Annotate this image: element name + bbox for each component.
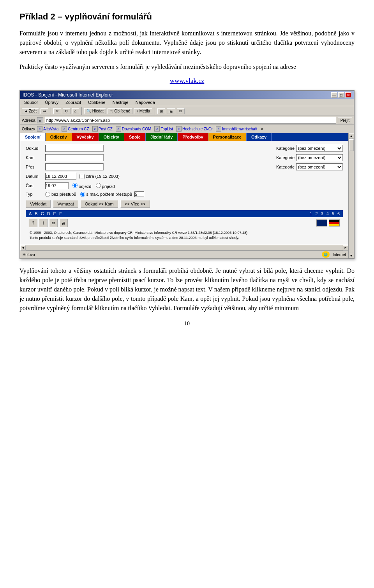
tab-odjezdy[interactable]: Odjezdy: [46, 133, 72, 141]
tab-odkazy[interactable]: Odkazy: [247, 133, 272, 141]
link-altavista[interactable]: e AltaVista: [36, 126, 60, 132]
vlak-link[interactable]: www.vlak.cz: [19, 77, 355, 85]
flag-uk-icon[interactable]: [316, 219, 327, 226]
browser-main: Spojení Odjezdy Vývěsky Objekty Spoje Jí…: [20, 133, 348, 258]
alpha-1[interactable]: 1: [310, 211, 312, 216]
alpha-C[interactable]: C: [41, 211, 44, 216]
alpha-E[interactable]: E: [53, 211, 56, 216]
tab-personalizace[interactable]: Personalizace: [208, 133, 247, 141]
flag-de-icon[interactable]: [329, 219, 340, 226]
vymazat-button[interactable]: Vymazat: [53, 200, 78, 208]
scrollbar-horizontal[interactable]: ◄ ►: [20, 245, 348, 250]
status-left: Hotovo: [23, 253, 35, 257]
link-hochschule[interactable]: e Hochschule Zi-Gr: [175, 126, 214, 132]
second-para-text: Prakticky často využívaným serverem s fo…: [19, 63, 296, 70]
menu-nastroje[interactable]: Nástroje: [111, 100, 130, 105]
maximize-button[interactable]: □: [338, 92, 344, 98]
mail-icon[interactable]: ✉: [49, 219, 58, 227]
print-icon[interactable]: 🖨: [59, 219, 68, 227]
alpha-F[interactable]: F: [59, 211, 62, 216]
input-pres[interactable]: [45, 163, 104, 170]
kategorie-select-2[interactable]: (bez omezení): [296, 154, 343, 161]
zone-icon: 🌐: [322, 251, 330, 258]
menu-napoveda[interactable]: Nápověda: [134, 100, 157, 105]
input-odkud[interactable]: [45, 145, 104, 152]
tab-vyvěsky[interactable]: Vývěsky: [72, 133, 99, 141]
zitra-label: zítra (19.12.2003): [86, 174, 120, 179]
link-hochschule-label: Hochschule Zi-Gr: [182, 127, 213, 131]
link-post[interactable]: e Post CZ: [91, 126, 114, 132]
links-more-button[interactable]: »: [261, 126, 263, 131]
menu-zobrazit[interactable]: Zobrazit: [64, 100, 83, 105]
tab-spoje[interactable]: Spoje: [124, 133, 146, 141]
menu-oblibene[interactable]: Oblíbené: [86, 100, 107, 105]
back-button[interactable]: ◄ Zpět: [22, 108, 39, 114]
address-icon: e: [37, 117, 43, 123]
media-button[interactable]: ♪ Média: [134, 108, 152, 114]
alpha-4[interactable]: 4: [326, 211, 329, 216]
stop-button[interactable]: ✕: [53, 108, 61, 114]
forward-button[interactable]: ⇒: [41, 108, 48, 114]
vyhledat-button[interactable]: Vyhledat: [26, 200, 51, 208]
alpha-2[interactable]: 2: [315, 211, 318, 216]
menu-upravy[interactable]: Úpravy: [43, 100, 60, 105]
tab-jizdni-rady[interactable]: Jízdní řády: [146, 133, 178, 141]
immobilien-icon: e: [216, 126, 221, 132]
menu-soubor[interactable]: Soubor: [23, 100, 39, 105]
zitra-checkbox[interactable]: [79, 174, 85, 179]
address-input[interactable]: [45, 117, 336, 124]
input-kam[interactable]: [45, 154, 104, 161]
toplist-icon: e: [154, 126, 160, 132]
go-button[interactable]: Přejít: [338, 118, 352, 123]
radio-bez-prestupu[interactable]: [45, 192, 50, 197]
link-toplist-label: TopList: [161, 127, 173, 131]
link-downloads[interactable]: e Downloads COM: [115, 126, 153, 132]
refresh-button[interactable]: ⟳: [63, 108, 71, 114]
scroll-down-arrow[interactable]: ▼: [349, 253, 354, 258]
kategorie-label-2: Kategorie: [276, 155, 295, 160]
alpha-B[interactable]: B: [35, 211, 37, 216]
input-datum[interactable]: [45, 173, 76, 180]
search-button[interactable]: 🔍 Hledat: [84, 108, 106, 114]
vice-button[interactable]: << Více >>: [120, 200, 150, 208]
link-centrum[interactable]: e Centrum CZ: [60, 126, 90, 132]
alpha-3[interactable]: 3: [321, 211, 323, 216]
tab-spojeni[interactable]: Spojení: [20, 133, 46, 141]
link-downloads-label: Downloads COM: [122, 127, 152, 131]
alpha-A[interactable]: A: [29, 211, 32, 216]
toolbar-separator-1: [51, 107, 51, 115]
minimize-button[interactable]: —: [331, 92, 337, 98]
alpha-6[interactable]: 6: [337, 211, 340, 216]
radio-odjezd[interactable]: [72, 183, 78, 188]
scrollbar-vertical[interactable]: ▲ ▼: [348, 133, 354, 258]
scroll-v-thumb[interactable]: [349, 139, 354, 151]
radio-s-max-prestupu[interactable]: [80, 192, 85, 197]
help-icon[interactable]: ?: [29, 219, 37, 227]
link-immobilien[interactable]: e Immobilienwirtschaft: [215, 126, 259, 132]
home-button[interactable]: ⌂: [72, 108, 79, 114]
radio-prijezd[interactable]: [96, 183, 101, 188]
label-cas: Čas: [26, 183, 45, 188]
alpha-D[interactable]: D: [47, 211, 50, 216]
alpha-5[interactable]: 5: [332, 211, 334, 216]
input-cas[interactable]: [45, 182, 69, 189]
print-button[interactable]: 🖨: [167, 108, 175, 114]
page-heading: Příklad 2 – vyplňování formulářů: [19, 12, 355, 22]
browser-menubar: Soubor Úpravy Zobrazit Oblíbené Nástroje…: [20, 99, 354, 106]
tab-predvolby[interactable]: Předvolby: [178, 133, 208, 141]
info-icon[interactable]: i: [39, 219, 48, 227]
favorites-button[interactable]: ☆ Oblíbené: [108, 108, 132, 114]
scroll-left-arrow[interactable]: ◄: [20, 245, 26, 251]
kategorie-select-1[interactable]: (bez omezení): [296, 145, 343, 152]
close-button[interactable]: ✕: [345, 92, 351, 98]
scroll-right-arrow[interactable]: ►: [343, 245, 348, 251]
mail-button[interactable]: ✉: [177, 108, 185, 114]
tab-objekty[interactable]: Objekty: [99, 133, 124, 141]
kategorie-label-1: Kategorie: [276, 146, 295, 151]
link-toplist[interactable]: e TopList: [153, 126, 174, 132]
kategorie-select-3[interactable]: (bez omezení): [296, 163, 343, 170]
odkud-kam-button[interactable]: Odkud <> Kam: [81, 200, 118, 208]
history-button[interactable]: ⊞: [157, 108, 165, 114]
prestupu-input[interactable]: [134, 191, 144, 197]
scroll-up-arrow[interactable]: ▲: [349, 133, 354, 139]
